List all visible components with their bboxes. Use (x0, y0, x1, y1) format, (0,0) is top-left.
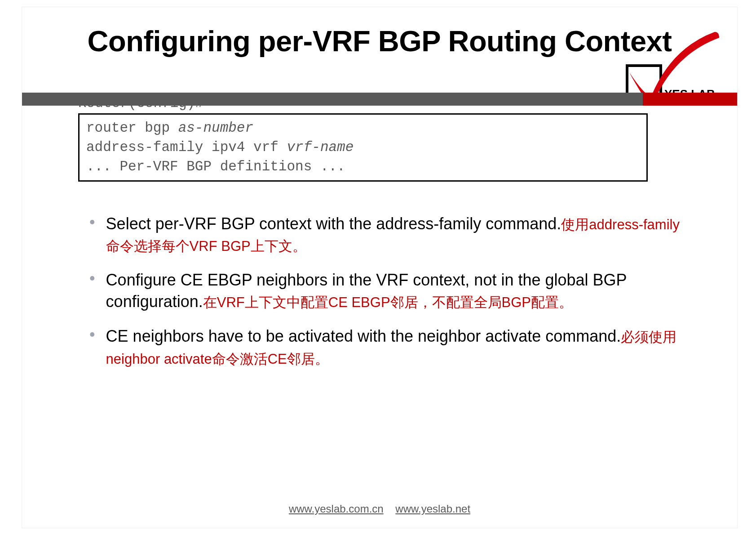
bullet-list: • Select per-VRF BGP context with the ad… (89, 213, 692, 370)
code-line-1: router bgp as-number (86, 118, 640, 138)
code-line-2: address-family ipv4 vrf vrf-name (86, 138, 640, 157)
list-item: • Select per-VRF BGP context with the ad… (89, 213, 692, 257)
footer: www.yeslab.com.cn www.yeslab.net (22, 503, 737, 515)
footer-link-2[interactable]: www.yeslab.net (395, 503, 470, 515)
bullet-text-1: Select per-VRF BGP context with the addr… (106, 213, 692, 257)
list-item: • CE neighbors have to be activated with… (89, 325, 692, 369)
divider-bar (22, 93, 737, 106)
list-item: • Configure CE EBGP neighbors in the VRF… (89, 269, 692, 313)
footer-link-1[interactable]: www.yeslab.com.cn (289, 503, 384, 515)
code-line-3: ... Per-VRF BGP definitions ... (86, 157, 640, 176)
bullet-icon: • (89, 325, 95, 369)
slide-container: Configuring per-VRF BGP Routing Context … (22, 7, 738, 528)
bullet-text-3: CE neighbors have to be activated with t… (106, 325, 692, 369)
bullet-icon: • (89, 213, 95, 257)
bullet-icon: • (89, 269, 95, 313)
bullet-text-2: Configure CE EBGP neighbors in the VRF c… (106, 269, 692, 313)
code-box: router bgp as-number address-family ipv4… (78, 113, 648, 182)
